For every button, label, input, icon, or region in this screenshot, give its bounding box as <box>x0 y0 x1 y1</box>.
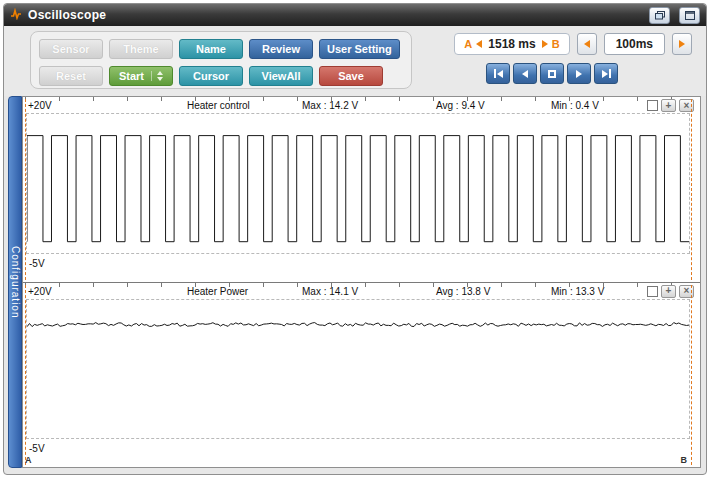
cursor-b-arrow-icon <box>542 40 548 48</box>
plus-icon: + <box>666 101 672 111</box>
right-arrow-icon <box>679 40 685 48</box>
last-arrow-icon <box>602 70 608 78</box>
cursor-a-arrow-icon <box>476 40 482 48</box>
timebase-value[interactable]: 100ms <box>604 33 665 55</box>
button-group-box: Sensor Theme Name Review User Setting Re… <box>30 31 412 89</box>
min-stat-label: Min : 13.3 V <box>551 286 604 297</box>
first-arrow-icon <box>497 70 503 78</box>
signal-name-label: Heater control <box>187 100 250 111</box>
window-maximize-icon <box>685 11 695 20</box>
panel-select-checkbox[interactable] <box>647 286 658 297</box>
left-arrow-icon <box>584 40 590 48</box>
cursor-b-marker[interactable]: B <box>681 455 688 465</box>
heater-power-trace <box>27 300 689 439</box>
configuration-tab[interactable]: Configuration <box>8 96 22 468</box>
window-restore-button[interactable] <box>649 7 670 24</box>
charts-container: +20V Heater control Max : 14.2 V Avg : 9… <box>22 96 701 468</box>
toolbar: Sensor Theme Name Review User Setting Re… <box>4 26 706 96</box>
start-button[interactable]: Start <box>109 66 173 86</box>
waveform-plot <box>26 299 690 440</box>
reset-button[interactable]: Reset <box>39 66 103 86</box>
cursor-b-line[interactable] <box>691 99 692 280</box>
top-voltage-label: +20V <box>28 286 52 297</box>
previous-icon <box>522 70 528 78</box>
go-last-button[interactable] <box>594 63 618 84</box>
name-button[interactable]: Name <box>179 39 243 59</box>
timebase-increase-button[interactable] <box>672 33 692 55</box>
window-restore-icon <box>655 11 665 20</box>
cursor-span-readout: A 1518 ms B <box>454 33 569 55</box>
sensor-button[interactable]: Sensor <box>39 39 103 59</box>
step-back-button[interactable] <box>513 63 537 84</box>
cursor-a-label: A <box>464 38 472 50</box>
panel-zoom-button[interactable]: + <box>661 99 676 112</box>
window-maximize-button[interactable] <box>679 7 700 24</box>
avg-stat-label: Avg : 9.4 V <box>436 100 485 111</box>
panel-select-checkbox[interactable] <box>647 100 658 111</box>
bottom-voltage-label: -5V <box>29 258 45 269</box>
timebase-decrease-button[interactable] <box>577 33 597 55</box>
oscilloscope-window: Oscilloscope Sensor Theme Name Review Us… <box>3 3 707 475</box>
start-button-label: Start <box>119 70 144 82</box>
go-first-button[interactable] <box>486 63 510 84</box>
titlebar: Oscilloscope <box>4 4 706 26</box>
top-voltage-label: +20V <box>28 100 52 111</box>
avg-stat-label: Avg : 13.8 V <box>436 286 490 297</box>
close-icon: × <box>684 286 690 296</box>
max-stat-label: Max : 14.2 V <box>302 100 358 111</box>
bottom-voltage-label: -5V <box>29 443 45 454</box>
window-title: Oscilloscope <box>28 8 106 22</box>
first-icon <box>494 69 496 78</box>
cursor-a-line[interactable] <box>25 99 26 280</box>
toolbar-row-2: Reset Start Cursor ViewAll Save <box>39 66 411 86</box>
min-stat-label: Min : 0.4 V <box>551 100 599 111</box>
save-button[interactable]: Save <box>319 66 383 86</box>
viewall-button[interactable]: ViewAll <box>249 66 313 86</box>
stop-button[interactable] <box>540 63 564 84</box>
next-icon <box>576 70 582 78</box>
app-icon <box>10 6 22 24</box>
close-icon: × <box>684 101 690 111</box>
cursor-a-line[interactable] <box>25 285 26 466</box>
waveform-plot <box>26 113 690 254</box>
scope-panel-heater-control: +20V Heater control Max : 14.2 V Avg : 9… <box>23 97 700 282</box>
start-spinner-icon[interactable] <box>151 71 163 81</box>
step-forward-button[interactable] <box>567 63 591 84</box>
cursor-b-label: B <box>552 38 560 50</box>
plus-icon: + <box>666 286 672 296</box>
main-area: Configuration +20V Heater control Max : … <box>8 96 701 468</box>
review-button[interactable]: Review <box>249 39 313 59</box>
theme-button[interactable]: Theme <box>109 39 173 59</box>
cursor-span-value: 1518 ms <box>488 37 535 51</box>
panel-controls: + × <box>647 99 694 112</box>
stop-icon <box>548 70 556 78</box>
panel-zoom-button[interactable]: + <box>661 285 676 298</box>
user-setting-button[interactable]: User Setting <box>319 39 400 59</box>
time-controls: A 1518 ms B 100ms <box>454 33 692 55</box>
cursor-a-marker[interactable]: A <box>25 455 32 465</box>
scope-panel-heater-power: +20V Heater Power Max : 14.1 V Avg : 13.… <box>23 282 700 468</box>
last-icon <box>609 69 611 78</box>
transport-controls <box>486 63 618 84</box>
heater-control-trace <box>27 114 689 253</box>
cursor-b-line[interactable] <box>691 285 692 466</box>
cursor-button[interactable]: Cursor <box>179 66 243 86</box>
toolbar-row-1: Sensor Theme Name Review User Setting <box>39 39 411 59</box>
signal-name-label: Heater Power <box>187 286 248 297</box>
max-stat-label: Max : 14.1 V <box>302 286 358 297</box>
panel-controls: + × <box>647 285 694 298</box>
